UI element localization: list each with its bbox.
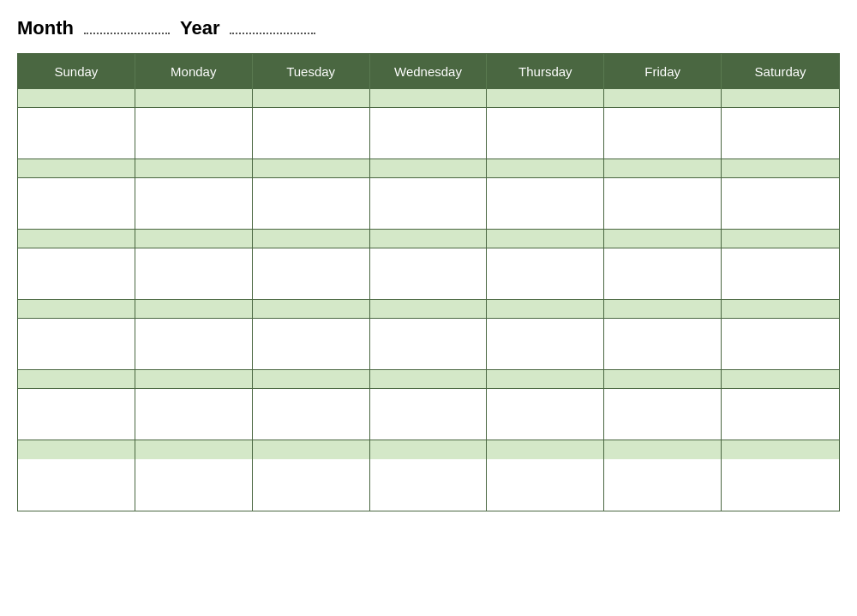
week-1-shade <box>18 89 839 108</box>
table-row <box>135 178 253 230</box>
table-row <box>18 230 135 248</box>
week-2-white <box>18 178 839 230</box>
week-6-white <box>18 459 839 511</box>
table-row <box>722 108 839 159</box>
calendar-grid: Sunday Monday Tuesday Wednesday Thursday… <box>17 53 840 511</box>
table-row <box>370 230 488 248</box>
week-3-white <box>18 248 839 300</box>
header-friday: Friday <box>604 54 722 89</box>
table-row <box>487 178 604 230</box>
table-row <box>253 108 370 159</box>
table-row <box>18 300 135 319</box>
table-row <box>722 370 839 389</box>
table-row <box>135 459 253 511</box>
table-row <box>487 389 604 440</box>
table-row <box>370 440 488 459</box>
calendar-body <box>18 89 839 511</box>
table-row <box>487 370 604 389</box>
table-row <box>135 230 253 248</box>
year-label: Year <box>180 17 220 39</box>
week-4-white <box>18 319 839 370</box>
header-tuesday: Tuesday <box>253 54 370 89</box>
table-row <box>18 89 135 108</box>
table-row <box>135 108 253 159</box>
table-row <box>253 319 370 370</box>
table-row <box>135 89 253 108</box>
table-row <box>604 370 722 389</box>
table-row <box>253 440 370 459</box>
table-row <box>135 319 253 370</box>
table-row <box>18 159 135 178</box>
table-row <box>722 300 839 319</box>
table-row <box>604 89 722 108</box>
table-row <box>135 248 253 300</box>
table-row <box>135 159 253 178</box>
table-row <box>604 300 722 319</box>
table-row <box>604 248 722 300</box>
table-row <box>722 159 839 178</box>
month-label: Month <box>17 17 74 39</box>
table-row <box>722 440 839 459</box>
week-2-shade <box>18 159 839 178</box>
header-wednesday: Wednesday <box>370 54 488 89</box>
table-row <box>253 159 370 178</box>
table-row <box>722 230 839 248</box>
table-row <box>604 389 722 440</box>
table-row <box>253 389 370 440</box>
table-row <box>604 459 722 511</box>
calendar-day-headers: Sunday Monday Tuesday Wednesday Thursday… <box>18 54 839 89</box>
table-row <box>604 178 722 230</box>
table-row <box>18 440 135 459</box>
week-6-shade <box>18 440 839 459</box>
table-row <box>487 300 604 319</box>
table-row <box>18 389 135 440</box>
table-row <box>722 389 839 440</box>
table-row <box>370 159 488 178</box>
table-row <box>487 108 604 159</box>
table-row <box>135 300 253 319</box>
calendar-header: Month Year <box>17 17 840 39</box>
table-row <box>604 230 722 248</box>
month-dots <box>84 24 170 34</box>
table-row <box>487 89 604 108</box>
table-row <box>370 108 488 159</box>
table-row <box>604 108 722 159</box>
table-row <box>370 319 488 370</box>
table-row <box>18 370 135 389</box>
table-row <box>253 300 370 319</box>
header-saturday: Saturday <box>722 54 839 89</box>
table-row <box>18 178 135 230</box>
week-1-white <box>18 108 839 159</box>
table-row <box>370 89 488 108</box>
header-sunday: Sunday <box>18 54 135 89</box>
table-row <box>487 248 604 300</box>
table-row <box>18 319 135 370</box>
table-row <box>253 178 370 230</box>
week-5-shade <box>18 370 839 389</box>
table-row <box>722 89 839 108</box>
table-row <box>604 319 722 370</box>
header-thursday: Thursday <box>487 54 604 89</box>
table-row <box>370 300 488 319</box>
table-row <box>722 319 839 370</box>
table-row <box>722 459 839 511</box>
table-row <box>604 159 722 178</box>
table-row <box>253 248 370 300</box>
table-row <box>487 459 604 511</box>
year-dots <box>230 24 315 34</box>
table-row <box>722 178 839 230</box>
table-row <box>370 248 488 300</box>
table-row <box>253 89 370 108</box>
table-row <box>370 389 488 440</box>
week-4-shade <box>18 300 839 319</box>
table-row <box>487 159 604 178</box>
table-row <box>487 440 604 459</box>
table-row <box>18 108 135 159</box>
table-row <box>18 459 135 511</box>
table-row <box>253 370 370 389</box>
table-row <box>722 248 839 300</box>
table-row <box>370 370 488 389</box>
week-5-white <box>18 389 839 440</box>
table-row <box>135 370 253 389</box>
table-row <box>370 178 488 230</box>
